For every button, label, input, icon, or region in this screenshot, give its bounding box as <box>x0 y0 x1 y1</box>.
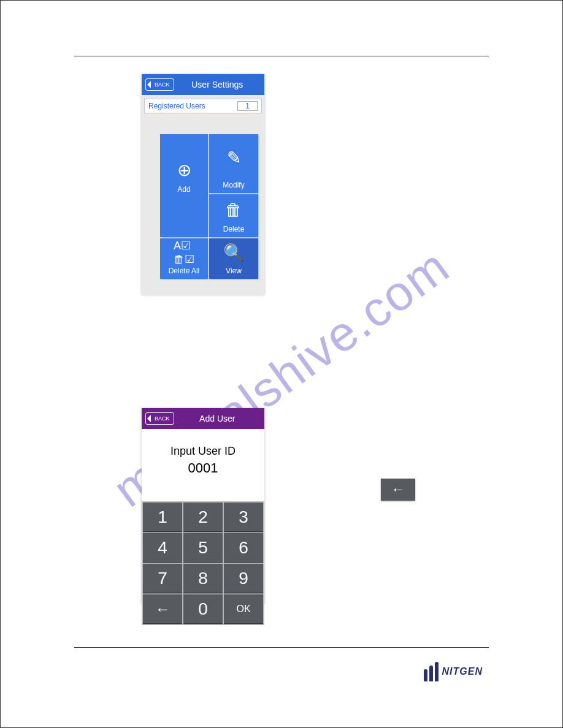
registered-label: Registered Users <box>148 102 205 110</box>
add-user-screen: BACK Add User Input User ID 0001 1 2 3 4… <box>142 408 264 604</box>
screen-title: User Settings <box>174 80 261 89</box>
input-area: Input User ID 0001 <box>142 429 264 501</box>
key-1[interactable]: 1 <box>143 502 182 532</box>
brand-bars-icon <box>424 662 439 681</box>
side-backspace-key[interactable]: ← <box>381 479 415 501</box>
brand-logo: NITGEN <box>424 662 483 681</box>
key-8[interactable]: 8 <box>183 564 223 593</box>
registered-users-bar: Registered Users 1 <box>144 99 262 113</box>
trash-icon: 🗑 <box>225 194 242 225</box>
edit-icon: ✎ <box>227 134 241 181</box>
titlebar: BACK User Settings <box>142 74 264 95</box>
bottom-rule <box>74 647 489 648</box>
input-value: 0001 <box>142 460 264 476</box>
key-7[interactable]: 7 <box>143 564 182 593</box>
delete-all-icon: A☑🗑☑ <box>174 238 194 267</box>
key-ok[interactable]: OK <box>224 594 263 624</box>
user-settings-screen: BACK User Settings Registered Users 1 ⊕ … <box>142 74 264 295</box>
delete-tile[interactable]: 🗑 Delete <box>209 194 258 237</box>
key-4[interactable]: 4 <box>143 533 182 563</box>
content-area: manualshive.com BACK User Settings Regis… <box>37 13 526 715</box>
document-page: manualshive.com BACK User Settings Regis… <box>0 0 563 728</box>
brand-name: NITGEN <box>442 666 483 677</box>
key-2[interactable]: 2 <box>183 502 223 532</box>
back-button[interactable]: BACK <box>145 78 174 91</box>
plus-icon: ⊕ <box>177 160 191 180</box>
titlebar: BACK Add User <box>142 408 264 429</box>
key-3[interactable]: 3 <box>224 502 263 532</box>
input-prompt: Input User ID <box>142 445 264 458</box>
modify-tile[interactable]: ✎ Modify <box>209 134 258 193</box>
delete-all-tile[interactable]: A☑🗑☑ Delete All <box>160 238 208 279</box>
view-label: View <box>226 267 242 275</box>
numeric-keypad: 1 2 3 4 5 6 7 8 9 ← 0 OK <box>142 501 264 625</box>
search-icon: 🔍 <box>223 238 245 267</box>
key-0[interactable]: 0 <box>183 594 223 624</box>
add-label: Add <box>177 185 190 194</box>
key-backspace[interactable]: ← <box>143 594 182 624</box>
view-tile[interactable]: 🔍 View <box>209 238 258 279</box>
top-rule <box>74 56 489 56</box>
screen-title: Add User <box>174 414 261 423</box>
delete-all-label: Delete All <box>169 267 200 275</box>
action-tiles: ⊕ Add ✎ Modify 🗑 Delete A☑🗑☑ Delete All … <box>160 134 258 279</box>
key-5[interactable]: 5 <box>183 533 223 563</box>
key-9[interactable]: 9 <box>224 564 263 593</box>
delete-label: Delete <box>223 225 245 233</box>
add-tile[interactable]: ⊕ Add <box>160 134 208 237</box>
registered-count: 1 <box>237 101 258 111</box>
back-button[interactable]: BACK <box>145 412 174 425</box>
modify-label: Modify <box>223 181 244 189</box>
key-6[interactable]: 6 <box>224 533 263 563</box>
